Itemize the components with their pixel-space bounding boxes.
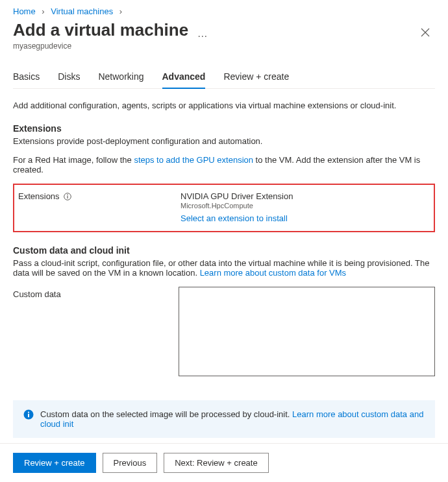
page-title: Add a virtual machine [13, 20, 188, 40]
redhat-note: For a Red Hat image, follow the steps to… [13, 155, 435, 175]
tab-review-create[interactable]: Review + create [223, 66, 289, 88]
more-actions-icon[interactable]: … [197, 28, 209, 40]
next-button[interactable]: Next: Review + create [164, 453, 269, 473]
review-create-button[interactable]: Review + create [13, 453, 96, 473]
close-button[interactable] [416, 24, 435, 43]
close-icon [421, 28, 430, 37]
tabs: Basics Disks Networking Advanced Review … [13, 66, 435, 89]
breadcrumb: Home Virtual machines [0, 0, 448, 19]
extensions-heading: Extensions [13, 123, 435, 134]
infobox-text: Custom data on the selected image will b… [40, 409, 292, 419]
previous-button[interactable]: Previous [103, 453, 158, 473]
customdata-textarea[interactable] [179, 287, 435, 376]
chevron-right-icon [119, 6, 122, 16]
svg-rect-5 [28, 414, 29, 417]
extension-name: NVIDIA GPU Driver Extension [180, 191, 430, 201]
tab-disks[interactable]: Disks [58, 66, 80, 88]
tab-content: Add additional configuration, agents, sc… [0, 89, 448, 443]
extensions-description: Extensions provide post-deployment confi… [13, 136, 435, 146]
svg-point-4 [28, 412, 29, 413]
svg-rect-2 [67, 196, 68, 199]
tab-basics[interactable]: Basics [13, 66, 40, 88]
info-icon [23, 409, 34, 422]
breadcrumb-home[interactable]: Home [13, 6, 36, 16]
customdata-field-label: Custom data [13, 287, 179, 378]
breadcrumb-virtual-machines[interactable]: Virtual machines [51, 6, 113, 16]
customdata-learn-more-link[interactable]: Learn more about custom data for VMs [200, 268, 346, 278]
extension-publisher: Microsoft.HpcCompute [180, 202, 430, 210]
select-extension-link[interactable]: Select an extension to install [180, 213, 288, 223]
customdata-heading: Custom data and cloud init [13, 245, 435, 256]
svg-point-1 [67, 194, 68, 195]
cloud-init-infobox: Custom data on the selected image will b… [13, 400, 435, 438]
extensions-field-label: Extensions [18, 191, 60, 201]
extensions-highlight: Extensions NVIDIA GPU Driver Extension M… [13, 184, 435, 232]
redhat-note-pre: For a Red Hat image, follow the [13, 155, 134, 165]
intro-text: Add additional configuration, agents, sc… [13, 101, 435, 110]
wizard-footer: Review + create Previous Next: Review + … [0, 443, 448, 482]
info-icon[interactable] [64, 193, 71, 200]
customdata-description: Pass a cloud-init script, configuration … [13, 258, 435, 278]
tab-advanced[interactable]: Advanced [162, 66, 206, 88]
chevron-right-icon [42, 6, 44, 16]
gpu-extension-steps-link[interactable]: steps to add the GPU extension [134, 155, 253, 165]
resource-name: myasegpudevice [13, 42, 416, 51]
tab-networking[interactable]: Networking [98, 66, 143, 88]
